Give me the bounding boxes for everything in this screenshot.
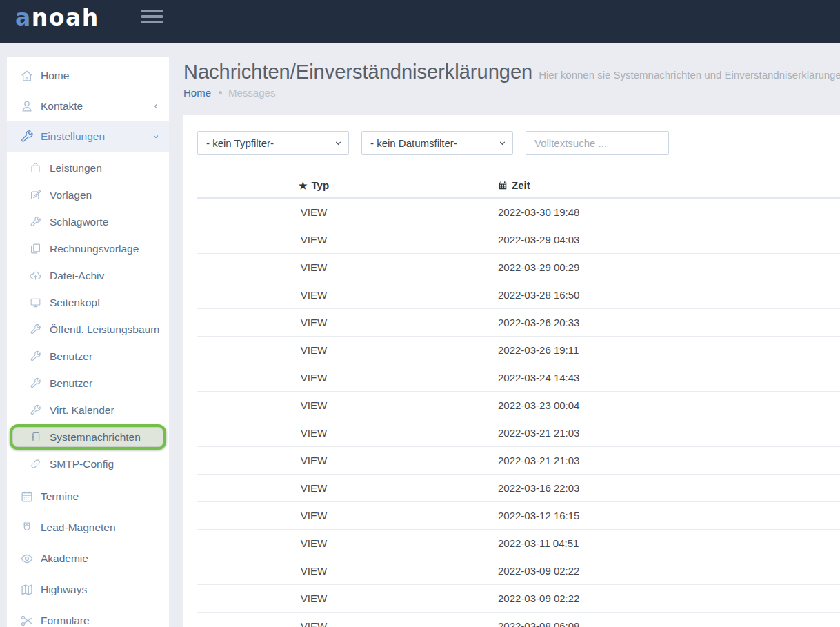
wrench-icon <box>29 350 42 363</box>
type-filter-select[interactable]: - kein Typfilter- <box>197 131 349 155</box>
table-row[interactable]: VIEW 2022-03-21 21:03 <box>197 447 840 475</box>
sidebar-item-schlagworte[interactable]: Schlagworte <box>7 208 169 235</box>
monitor-icon <box>29 296 42 309</box>
sidebar-item-label: Vorlagen <box>50 189 92 201</box>
date-filter-select[interactable]: - kein Datumsfilter- <box>361 131 513 155</box>
sidebar-item-formulare[interactable]: Formulare <box>7 605 169 627</box>
einstellungen-submenu: Leistungen Vorlagen Schlagworte Rechnung… <box>7 155 169 477</box>
wrench-icon <box>19 129 34 144</box>
breadcrumb-home-link[interactable]: Home <box>183 87 211 99</box>
sidebar-item-label: Schlagworte <box>50 216 108 228</box>
table-body: VIEW 2022-03-30 19:48 VIEW 2022-03-29 04… <box>197 198 840 627</box>
table-row[interactable]: VIEW 2022-03-21 21:03 <box>197 419 840 447</box>
sidebar-item-leistungen[interactable]: Leistungen <box>7 155 169 181</box>
sidebar-item-label: Highways <box>41 584 87 596</box>
cell-zeit: 2022-03-26 20:33 <box>430 309 840 337</box>
user-icon <box>19 99 34 114</box>
table-row[interactable]: VIEW 2022-03-24 14:43 <box>197 364 840 392</box>
table-row[interactable]: VIEW 2022-03-12 16:15 <box>197 502 840 530</box>
column-header-zeit[interactable]: Zeit <box>430 172 840 198</box>
cell-zeit: 2022-03-08 06:08 <box>430 613 840 627</box>
filter-bar: - kein Typfilter- - kein Datumsfilter- <box>197 131 669 155</box>
table-row[interactable]: VIEW 2022-03-23 00:04 <box>197 392 840 419</box>
home-icon <box>19 68 34 83</box>
type-filter-wrap: - kein Typfilter- <box>197 131 349 155</box>
sidebar-item-rechnungsvorlage[interactable]: Rechnungsvorlage <box>7 235 169 262</box>
cell-zeit: 2022-03-30 19:48 <box>430 198 840 226</box>
table-row[interactable]: VIEW 2022-03-09 02:22 <box>197 585 840 613</box>
sidebar-item-home[interactable]: Home <box>7 61 169 91</box>
wrench-icon <box>29 404 42 417</box>
date-filter-wrap: - kein Datumsfilter- <box>361 131 513 155</box>
sidebar-item-termine[interactable]: Termine <box>7 481 169 512</box>
cell-zeit: 2022-03-11 04:51 <box>430 530 840 557</box>
sidebar-item-systemnachrichten[interactable]: Systemnachrichten <box>10 424 166 450</box>
cell-typ: VIEW <box>197 447 430 475</box>
cell-zeit: 2022-03-12 16:15 <box>430 502 840 530</box>
sidebar-item-smtp-config[interactable]: SMTP-Config <box>7 450 169 477</box>
cell-typ: VIEW <box>197 198 430 226</box>
table-row[interactable]: VIEW 2022-03-30 19:48 <box>197 198 840 226</box>
sidebar-item-highways[interactable]: Highways <box>7 574 169 605</box>
table-row[interactable]: VIEW 2022-03-29 04:03 <box>197 226 840 254</box>
sidebar-bottom-group: Termine Lead-Magneten Akademie Highways … <box>7 481 169 627</box>
sidebar-item-benutzer-2[interactable]: Benutzer <box>7 370 169 397</box>
logo-letter-a: a <box>15 4 32 31</box>
cell-typ: VIEW <box>197 309 430 337</box>
page-subtitle: Hier können sie Systemnachrichten und Ei… <box>539 69 840 81</box>
breadcrumb-current: Messages <box>228 87 275 99</box>
sidebar-item-vorlagen[interactable]: Vorlagen <box>7 181 169 208</box>
cell-zeit: 2022-03-24 14:43 <box>430 364 840 392</box>
sidebar-item-lead-magneten[interactable]: Lead-Magneten <box>7 512 169 543</box>
cell-zeit: 2022-03-16 22:03 <box>430 475 840 502</box>
sidebar-item-kontakte[interactable]: Kontakte <box>7 91 169 121</box>
link-icon <box>29 457 42 470</box>
sidebar-item-label: Datei-Achiv <box>50 270 104 282</box>
cell-zeit: 2022-03-21 21:03 <box>430 447 840 475</box>
table-row[interactable]: VIEW 2022-03-29 00:29 <box>197 254 840 281</box>
star-icon: ★ <box>299 180 308 191</box>
sidebar-item-virt-kalender[interactable]: Virt. Kalender <box>7 397 169 424</box>
table-row[interactable]: VIEW 2022-03-08 06:08 <box>197 613 840 627</box>
sidebar-item-label: SMTP-Config <box>50 458 114 470</box>
cell-typ: VIEW <box>197 281 430 309</box>
anoah-logo[interactable]: anoah <box>15 4 99 31</box>
sidebar-item-seitenkopf[interactable]: Seitenkopf <box>7 289 169 316</box>
cell-zeit: 2022-03-21 21:03 <box>430 419 840 447</box>
table-row[interactable]: VIEW 2022-03-11 04:51 <box>197 530 840 557</box>
sidebar-item-oeffentl-leistungsbaum[interactable]: Öffentl. Leistungsbaum <box>7 316 169 343</box>
sidebar-item-einstellungen[interactable]: Einstellungen <box>7 121 169 152</box>
sidebar-item-label: Einstellungen <box>41 130 105 143</box>
table-row[interactable]: VIEW 2022-03-26 20:33 <box>197 309 840 337</box>
sidebar-item-akademie[interactable]: Akademie <box>7 543 169 574</box>
table-row[interactable]: VIEW 2022-03-26 19:11 <box>197 337 840 364</box>
sidebar-item-label: Kontakte <box>41 100 83 112</box>
cell-typ: VIEW <box>197 613 430 627</box>
table-row[interactable]: VIEW 2022-03-28 16:50 <box>197 281 840 309</box>
sidebar-item-benutzer-1[interactable]: Benutzer <box>7 343 169 370</box>
eye-icon <box>19 551 34 566</box>
calendar-icon <box>19 489 34 504</box>
cell-zeit: 2022-03-28 16:50 <box>430 281 840 309</box>
table-row[interactable]: VIEW 2022-03-09 02:22 <box>197 557 840 585</box>
wrench-icon <box>29 377 42 390</box>
cell-zeit: 2022-03-29 04:03 <box>430 226 840 254</box>
hamburger-menu-icon[interactable] <box>141 10 163 26</box>
sidebar-item-datei-achiv[interactable]: Datei-Achiv <box>7 262 169 289</box>
table-row[interactable]: VIEW 2022-03-16 22:03 <box>197 475 840 502</box>
sidebar-item-label: Home <box>41 70 69 82</box>
cell-typ: VIEW <box>197 502 430 530</box>
sidebar-item-label: Virt. Kalender <box>50 404 114 417</box>
cell-zeit: 2022-03-23 00:04 <box>430 392 840 419</box>
sidebar-item-label: Benutzer <box>50 377 92 390</box>
cell-typ: VIEW <box>197 226 430 254</box>
cloud-upload-icon <box>29 269 42 282</box>
sidebar-item-label: Öffentl. Leistungsbaum <box>50 324 159 336</box>
sidebar-item-label: Systemnachrichten <box>50 431 141 444</box>
fulltext-search-input[interactable] <box>526 131 669 155</box>
cell-typ: VIEW <box>197 337 430 364</box>
column-header-typ[interactable]: ★Typ <box>197 172 430 198</box>
wrench-icon <box>29 323 42 336</box>
map-icon <box>19 582 34 597</box>
wrench-icon <box>29 215 42 228</box>
